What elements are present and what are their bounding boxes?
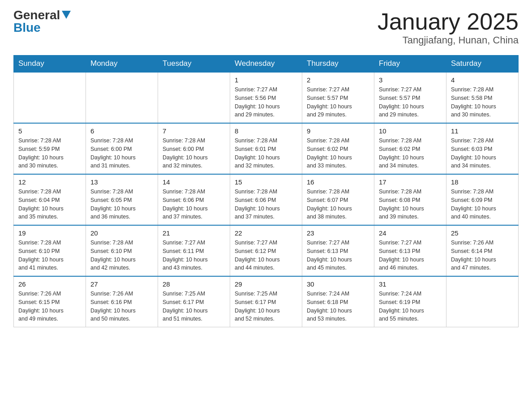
day-info: Sunrise: 7:27 AM Sunset: 6:12 PM Dayligh… [235,239,297,272]
calendar-cell: 24Sunrise: 7:27 AM Sunset: 6:13 PM Dayli… [374,225,446,276]
calendar-cell: 6Sunrise: 7:28 AM Sunset: 6:00 PM Daylig… [86,123,158,174]
day-number: 27 [90,280,153,288]
calendar-cell: 23Sunrise: 7:27 AM Sunset: 6:13 PM Dayli… [302,225,374,276]
page-header: General Blue January 2025 Tangjiafang, H… [13,9,519,46]
day-info: Sunrise: 7:26 AM Sunset: 6:15 PM Dayligh… [18,290,81,323]
day-number: 14 [163,178,225,186]
calendar-cell: 20Sunrise: 7:28 AM Sunset: 6:10 PM Dayli… [86,225,158,276]
calendar-cell: 22Sunrise: 7:27 AM Sunset: 6:12 PM Dayli… [230,225,302,276]
title-block: January 2025 Tangjiafang, Hunan, China [378,9,519,46]
day-info: Sunrise: 7:28 AM Sunset: 6:03 PM Dayligh… [451,137,514,170]
logo-blue-text: Blue [13,21,41,34]
day-info: Sunrise: 7:28 AM Sunset: 6:10 PM Dayligh… [90,239,153,272]
calendar-cell: 2Sunrise: 7:27 AM Sunset: 5:57 PM Daylig… [302,72,374,123]
day-info: Sunrise: 7:28 AM Sunset: 6:01 PM Dayligh… [235,137,297,170]
day-number: 11 [451,127,514,135]
day-info: Sunrise: 7:28 AM Sunset: 5:59 PM Dayligh… [18,137,81,170]
day-number: 17 [379,178,442,186]
day-info: Sunrise: 7:28 AM Sunset: 6:09 PM Dayligh… [451,188,514,221]
col-header-tuesday: Tuesday [158,56,230,73]
calendar-cell: 7Sunrise: 7:28 AM Sunset: 6:00 PM Daylig… [158,123,230,174]
calendar-cell: 14Sunrise: 7:28 AM Sunset: 6:06 PM Dayli… [158,174,230,225]
day-number: 3 [379,76,442,84]
calendar-cell: 9Sunrise: 7:28 AM Sunset: 6:02 PM Daylig… [302,123,374,174]
day-number: 10 [379,127,442,135]
calendar-cell: 28Sunrise: 7:25 AM Sunset: 6:17 PM Dayli… [158,276,230,327]
logo: General Blue [13,9,71,34]
col-header-sunday: Sunday [14,56,86,73]
day-number: 31 [379,280,442,288]
day-number: 20 [90,229,153,237]
calendar-cell: 25Sunrise: 7:26 AM Sunset: 6:14 PM Dayli… [446,225,519,276]
calendar-cell: 5Sunrise: 7:28 AM Sunset: 5:59 PM Daylig… [14,123,86,174]
day-info: Sunrise: 7:28 AM Sunset: 5:58 PM Dayligh… [451,86,514,119]
day-number: 29 [235,280,297,288]
month-title: January 2025 [378,9,519,34]
day-info: Sunrise: 7:28 AM Sunset: 6:00 PM Dayligh… [163,137,225,170]
day-number: 8 [235,127,297,135]
col-header-friday: Friday [374,56,446,73]
day-number: 30 [307,280,369,288]
day-number: 23 [307,229,369,237]
calendar-cell [86,72,158,123]
day-info: Sunrise: 7:25 AM Sunset: 6:17 PM Dayligh… [235,290,297,323]
calendar-cell [446,276,519,327]
calendar-week-row: 1Sunrise: 7:27 AM Sunset: 5:56 PM Daylig… [14,72,519,123]
day-info: Sunrise: 7:28 AM Sunset: 6:02 PM Dayligh… [379,137,442,170]
col-header-monday: Monday [86,56,158,73]
day-number: 6 [90,127,153,135]
day-info: Sunrise: 7:26 AM Sunset: 6:16 PM Dayligh… [90,290,153,323]
day-number: 28 [163,280,225,288]
calendar-cell: 29Sunrise: 7:25 AM Sunset: 6:17 PM Dayli… [230,276,302,327]
day-number: 5 [18,127,81,135]
calendar-week-row: 19Sunrise: 7:28 AM Sunset: 6:10 PM Dayli… [14,225,519,276]
calendar-cell [158,72,230,123]
day-number: 25 [451,229,514,237]
day-info: Sunrise: 7:28 AM Sunset: 6:00 PM Dayligh… [90,137,153,170]
day-info: Sunrise: 7:28 AM Sunset: 6:07 PM Dayligh… [307,188,369,221]
day-info: Sunrise: 7:27 AM Sunset: 6:11 PM Dayligh… [163,239,225,272]
calendar-cell: 30Sunrise: 7:24 AM Sunset: 6:18 PM Dayli… [302,276,374,327]
calendar-cell: 8Sunrise: 7:28 AM Sunset: 6:01 PM Daylig… [230,123,302,174]
day-number: 12 [18,178,81,186]
day-number: 26 [18,280,81,288]
day-info: Sunrise: 7:28 AM Sunset: 6:06 PM Dayligh… [163,188,225,221]
day-info: Sunrise: 7:28 AM Sunset: 6:04 PM Dayligh… [18,188,81,221]
calendar-cell: 1Sunrise: 7:27 AM Sunset: 5:56 PM Daylig… [230,72,302,123]
day-info: Sunrise: 7:24 AM Sunset: 6:18 PM Dayligh… [307,290,369,323]
day-number: 19 [18,229,81,237]
day-info: Sunrise: 7:28 AM Sunset: 6:06 PM Dayligh… [235,188,297,221]
calendar-cell: 31Sunrise: 7:24 AM Sunset: 6:19 PM Dayli… [374,276,446,327]
day-number: 1 [235,76,297,84]
day-info: Sunrise: 7:27 AM Sunset: 5:57 PM Dayligh… [307,86,369,119]
calendar-cell: 15Sunrise: 7:28 AM Sunset: 6:06 PM Dayli… [230,174,302,225]
calendar-week-row: 5Sunrise: 7:28 AM Sunset: 5:59 PM Daylig… [14,123,519,174]
day-info: Sunrise: 7:27 AM Sunset: 5:57 PM Dayligh… [379,86,442,119]
day-info: Sunrise: 7:28 AM Sunset: 6:02 PM Dayligh… [307,137,369,170]
day-number: 9 [307,127,369,135]
calendar-cell: 3Sunrise: 7:27 AM Sunset: 5:57 PM Daylig… [374,72,446,123]
day-info: Sunrise: 7:27 AM Sunset: 5:56 PM Dayligh… [235,86,297,119]
day-number: 13 [90,178,153,186]
calendar-cell: 10Sunrise: 7:28 AM Sunset: 6:02 PM Dayli… [374,123,446,174]
day-number: 15 [235,178,297,186]
calendar-cell: 18Sunrise: 7:28 AM Sunset: 6:09 PM Dayli… [446,174,519,225]
calendar-table: SundayMondayTuesdayWednesdayThursdayFrid… [13,55,519,327]
calendar-cell: 13Sunrise: 7:28 AM Sunset: 6:05 PM Dayli… [86,174,158,225]
day-number: 18 [451,178,514,186]
calendar-cell: 11Sunrise: 7:28 AM Sunset: 6:03 PM Dayli… [446,123,519,174]
day-number: 2 [307,76,369,84]
calendar-cell: 26Sunrise: 7:26 AM Sunset: 6:15 PM Dayli… [14,276,86,327]
day-number: 22 [235,229,297,237]
calendar-cell: 17Sunrise: 7:28 AM Sunset: 6:08 PM Dayli… [374,174,446,225]
day-info: Sunrise: 7:27 AM Sunset: 6:13 PM Dayligh… [379,239,442,272]
calendar-week-row: 12Sunrise: 7:28 AM Sunset: 6:04 PM Dayli… [14,174,519,225]
day-info: Sunrise: 7:25 AM Sunset: 6:17 PM Dayligh… [163,290,225,323]
calendar-cell: 4Sunrise: 7:28 AM Sunset: 5:58 PM Daylig… [446,72,519,123]
calendar-cell: 12Sunrise: 7:28 AM Sunset: 6:04 PM Dayli… [14,174,86,225]
calendar-cell: 27Sunrise: 7:26 AM Sunset: 6:16 PM Dayli… [86,276,158,327]
day-number: 7 [163,127,225,135]
col-header-thursday: Thursday [302,56,374,73]
day-info: Sunrise: 7:27 AM Sunset: 6:13 PM Dayligh… [307,239,369,272]
day-info: Sunrise: 7:28 AM Sunset: 6:05 PM Dayligh… [90,188,153,221]
